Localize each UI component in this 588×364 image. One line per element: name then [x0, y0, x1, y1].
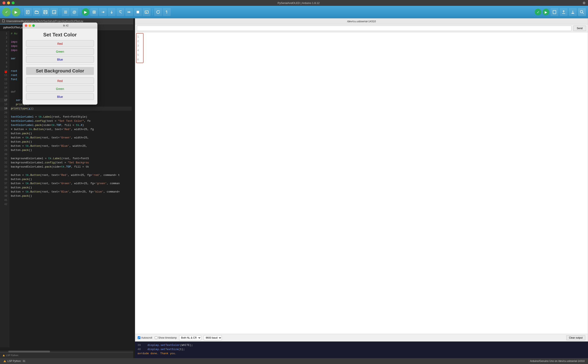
- code-line-27: button.pack(): [11, 140, 132, 144]
- gear-icon[interactable]: ⚙: [583, 1, 586, 5]
- line-num-39: 39: [0, 190, 7, 194]
- last-edit-button[interactable]: [163, 8, 171, 16]
- refresh-button[interactable]: [154, 8, 162, 16]
- run-button[interactable]: ▶: [82, 8, 89, 16]
- at-button[interactable]: @: [70, 8, 78, 16]
- statusbar-left: ! LSP Python: 31: [3, 360, 25, 363]
- show-timestamp-checkbox[interactable]: [155, 336, 158, 339]
- line-num-25: 25: [0, 131, 7, 136]
- output-linenum-39: 39: [138, 343, 146, 347]
- new-file-toolbar-btn[interactable]: [550, 8, 558, 16]
- upload-button[interactable]: ▶: [12, 8, 20, 16]
- clear-output-button[interactable]: Clear output: [566, 335, 585, 340]
- line-num-42: 42: [0, 202, 7, 207]
- serial-input-field[interactable]: [137, 26, 572, 31]
- line-num-30: 30: [0, 152, 7, 156]
- traffic-lights: [2, 1, 15, 4]
- tk-titlebar: tk #2: [23, 23, 97, 28]
- breakpoint-indicator[interactable]: [5, 71, 7, 73]
- debug-button[interactable]: [90, 8, 98, 16]
- search-button[interactable]: [578, 8, 586, 16]
- svg-text:!: !: [5, 360, 5, 362]
- code-line-38: button.pack(): [11, 186, 132, 190]
- svg-rect-17: [145, 11, 148, 13]
- line-num-20: 20: [0, 111, 7, 115]
- filepath-text: /Users/ahmedibrahim/san3aTech/San3ahubPr…: [6, 20, 83, 23]
- upload-file-toolbar-btn[interactable]: [560, 8, 568, 16]
- line-num-29: 29: [0, 148, 7, 152]
- code-line-26: button = tk.Button(root, text='Green', w…: [11, 136, 132, 140]
- serial-ln-1: 1: [137, 34, 142, 39]
- file-icon: [2, 19, 5, 23]
- serial-output-content: [144, 33, 587, 333]
- line-num-33: 33: [0, 165, 7, 169]
- list-view-button[interactable]: [62, 8, 70, 16]
- show-timestamp-label: Show timestamp: [158, 336, 177, 339]
- line-num-2: 2: [0, 36, 7, 40]
- text-color-red-button[interactable]: Red: [26, 40, 94, 47]
- autoscroll-checkbox[interactable]: [138, 336, 140, 339]
- line-num-4: 4: [0, 44, 7, 48]
- open-button[interactable]: [33, 8, 41, 16]
- maximize-button[interactable]: [12, 1, 15, 4]
- tk-maximize-button[interactable]: [32, 24, 35, 27]
- toolbar-separator-2: [60, 9, 60, 15]
- arduino-statusbar: ! LSP Python: 31 Arduino/Genuino Uno on …: [0, 358, 588, 364]
- serial-monitor-button[interactable]: [143, 8, 151, 16]
- toolbar-separator-4: [152, 9, 152, 15]
- nl-select[interactable]: Both NL & CR: [179, 335, 201, 340]
- line-num-12: 12: [0, 78, 7, 82]
- code-line-20: [11, 111, 132, 115]
- serial-monitor-panel: /dev/cu.usbserial-14310 Send 1 2 3 4 5 6…: [135, 18, 588, 342]
- bg-color-blue-button[interactable]: Blue: [26, 93, 94, 100]
- tk-minimize-button[interactable]: [28, 24, 31, 27]
- close-button[interactable]: [2, 1, 5, 4]
- line-num-7: 7: [0, 57, 7, 61]
- line-num-15: 15: [0, 90, 7, 94]
- stop-button[interactable]: [134, 8, 142, 16]
- step-over-button[interactable]: [99, 8, 107, 16]
- serial-output-area[interactable]: 1 2 3 4 5 6: [135, 32, 588, 334]
- line-num-23: 23: [0, 123, 7, 127]
- line-num-8: 8: [0, 61, 7, 65]
- step-into-button[interactable]: [108, 8, 116, 16]
- verify-button[interactable]: ✓: [2, 8, 11, 16]
- output-code-40: display.setTextSize(1);: [147, 347, 185, 351]
- serial-ln-6: 6: [137, 57, 142, 62]
- bg-color-green-button[interactable]: Green: [26, 85, 94, 92]
- warning-icon: !: [3, 360, 6, 363]
- save-button[interactable]: [41, 8, 49, 16]
- serial-bottom-bar: Autoscroll Show timestamp Both NL & CR 9…: [135, 334, 588, 341]
- serial-line-numbers: 1 2 3 4 5 6: [136, 33, 144, 63]
- line-num-5: 5: [0, 48, 7, 52]
- code-line-22: textColorLabel.config(text = "Set Text C…: [11, 119, 132, 123]
- serial-input-bar: Send: [135, 24, 588, 32]
- line-num-3: 3: [0, 40, 7, 44]
- code-line-37: button = tk.Button(root, text='Green', w…: [11, 182, 132, 186]
- output-line-40: 40 display.setTextSize(1);: [138, 347, 586, 351]
- minimize-button[interactable]: [7, 1, 10, 4]
- tk-close-button[interactable]: [25, 24, 27, 27]
- autoscroll-container: Autoscroll: [138, 336, 152, 339]
- send-button[interactable]: Send: [573, 26, 586, 31]
- step-out-button[interactable]: [116, 8, 124, 16]
- download-file-toolbar-btn[interactable]: [569, 8, 577, 16]
- line-num-17: 17: [0, 98, 7, 102]
- line-num-22: 22: [0, 119, 7, 123]
- svg-point-23: [580, 10, 583, 13]
- save-as-button[interactable]: AS: [50, 8, 58, 16]
- scrollbar-thumb[interactable]: [8, 351, 50, 352]
- line-num-1: 1: [0, 32, 7, 36]
- serial-ln-5: 5: [137, 53, 142, 57]
- baud-select[interactable]: 9600 baud: [204, 335, 222, 340]
- bg-color-red-button[interactable]: Red: [26, 78, 94, 84]
- horizontal-scrollbar[interactable]: [0, 351, 133, 352]
- output-code-39: display.setTextColor(WHITE);: [147, 343, 193, 347]
- line-num-41: 41: [0, 198, 7, 202]
- code-line-19: print(type(x)): [11, 107, 132, 111]
- line-num-16: 16: [0, 94, 7, 98]
- text-color-blue-button[interactable]: Blue: [26, 56, 94, 63]
- new-button[interactable]: [24, 8, 32, 16]
- text-color-green-button[interactable]: Green: [26, 48, 94, 55]
- fast-forward-button[interactable]: [125, 8, 133, 16]
